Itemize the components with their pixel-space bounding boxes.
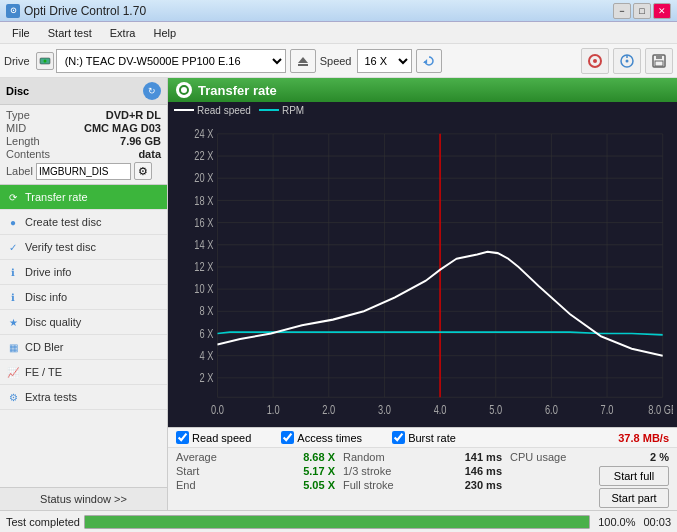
create-test-disc-icon: ● [6, 215, 20, 229]
random-label: Random [343, 451, 385, 463]
start-part-button[interactable]: Start part [599, 488, 669, 508]
nav-disc-quality-label: Disc quality [25, 316, 81, 328]
transfer-rate-title: Transfer rate [198, 83, 277, 98]
save-button[interactable] [645, 48, 673, 74]
nav-drive-info[interactable]: ℹ Drive info [0, 260, 167, 285]
random-row: Random 141 ms [343, 450, 502, 464]
legend-read-speed-label: Read speed [197, 105, 251, 116]
nav-disc-info[interactable]: ℹ Disc info [0, 285, 167, 310]
status-timer: 00:03 [643, 516, 671, 528]
status-bar: Test completed 100.0% 00:03 [0, 510, 677, 532]
end-label: End [176, 479, 196, 491]
drive-icon [36, 52, 54, 70]
burst-rate-checkbox-label: Burst rate [408, 432, 456, 444]
nav-verify-test-disc[interactable]: ✓ Verify test disc [0, 235, 167, 260]
nav-transfer-rate-label: Transfer rate [25, 191, 88, 203]
access-times-checkbox-label: Access times [297, 432, 362, 444]
menu-start-test[interactable]: Start test [40, 25, 100, 41]
legend-read-speed-line [174, 109, 194, 111]
stats-area: Read speed Access times Burst rate 37.8 … [168, 427, 677, 510]
menu-bar: File Start test Extra Help [0, 22, 677, 44]
close-button[interactable]: ✕ [653, 3, 671, 19]
one-third-label: 1/3 stroke [343, 465, 391, 477]
transfer-rate-header-icon [176, 82, 192, 98]
nav-cd-bler-label: CD Bler [25, 341, 64, 353]
transfer-rate-icon: ⟳ [6, 190, 20, 204]
nav-extra-tests[interactable]: ⚙ Extra tests [0, 385, 167, 410]
full-stroke-value: 230 ms [465, 479, 502, 491]
menu-extra[interactable]: Extra [102, 25, 144, 41]
nav-extra-tests-label: Extra tests [25, 391, 77, 403]
svg-text:4 X: 4 X [199, 348, 213, 362]
disc-section-header: Disc ↻ [0, 78, 167, 105]
svg-point-8 [626, 59, 629, 62]
nav-transfer-rate[interactable]: ⟳ Transfer rate [0, 185, 167, 210]
drive-info-icon: ℹ [6, 265, 20, 279]
app-title: Opti Drive Control 1.70 [24, 4, 146, 18]
disc-write-button[interactable] [613, 48, 641, 74]
chart-legend: Read speed RPM [168, 102, 677, 118]
nav-cd-bler[interactable]: ▦ CD Bler [0, 335, 167, 360]
svg-text:10 X: 10 X [194, 282, 214, 296]
access-times-checkbox[interactable]: Access times [281, 431, 362, 444]
burst-rate-checkbox[interactable]: Burst rate [392, 431, 456, 444]
svg-point-1 [43, 59, 46, 62]
label-key: Label [6, 165, 33, 177]
svg-marker-2 [298, 57, 308, 63]
disc-quality-icon: ★ [6, 315, 20, 329]
svg-text:2.0: 2.0 [322, 403, 335, 417]
start-value: 5.17 X [303, 465, 335, 477]
disc-label-input[interactable] [36, 163, 131, 180]
nav-disc-quality[interactable]: ★ Disc quality [0, 310, 167, 335]
read-speed-checkbox-input[interactable] [176, 431, 189, 444]
average-label: Average [176, 451, 217, 463]
legend-read-speed: Read speed [174, 105, 251, 116]
burst-rate-checkbox-input[interactable] [392, 431, 405, 444]
full-stroke-label: Full stroke [343, 479, 394, 491]
minimize-button[interactable]: − [613, 3, 631, 19]
nav-create-test-disc[interactable]: ● Create test disc [0, 210, 167, 235]
cd-bler-icon: ▦ [6, 340, 20, 354]
svg-text:6.0: 6.0 [545, 403, 558, 417]
read-speed-checkbox[interactable]: Read speed [176, 431, 251, 444]
average-row: Average 8.68 X [176, 450, 335, 464]
average-value: 8.68 X [303, 451, 335, 463]
verify-test-disc-icon: ✓ [6, 240, 20, 254]
status-window-button[interactable]: Status window >> [0, 487, 167, 510]
nav-disc-info-label: Disc info [25, 291, 67, 303]
svg-text:0.0: 0.0 [211, 403, 224, 417]
disc-info-icon: ℹ [6, 290, 20, 304]
content-area: Transfer rate Read speed RPM [168, 78, 677, 510]
access-times-checkbox-input[interactable] [281, 431, 294, 444]
speed-refresh-button[interactable] [416, 49, 442, 73]
title-bar: ⊙ Opti Drive Control 1.70 − □ ✕ [0, 0, 677, 22]
disc-color-button[interactable] [581, 48, 609, 74]
menu-help[interactable]: Help [145, 25, 184, 41]
start-full-button[interactable]: Start full [599, 466, 669, 486]
nav-verify-test-disc-label: Verify test disc [25, 241, 96, 253]
nav-fe-te[interactable]: 📈 FE / TE [0, 360, 167, 385]
menu-file[interactable]: File [4, 25, 38, 41]
svg-text:4.0: 4.0 [434, 403, 447, 417]
length-label: Length [6, 135, 40, 147]
svg-text:2 X: 2 X [199, 371, 213, 385]
svg-rect-3 [298, 64, 308, 66]
stats-grid: Average 8.68 X Start 5.17 X End 5.05 X [168, 448, 677, 510]
drive-eject-button[interactable] [290, 49, 316, 73]
cpu-value: 2 % [650, 451, 669, 463]
legend-rpm: RPM [259, 105, 304, 116]
main-layout: Disc ↻ Type DVD+R DL MID CMC MAG D03 Len… [0, 78, 677, 510]
mid-label: MID [6, 122, 26, 134]
drive-select[interactable]: (N:) TEAC DV-W5000E PP100 E.16 [56, 49, 286, 73]
random-value: 141 ms [465, 451, 502, 463]
speed-select[interactable]: 16 X [357, 49, 412, 73]
start-label: Start [176, 465, 199, 477]
progress-bar [84, 515, 590, 529]
svg-rect-11 [656, 55, 662, 59]
app-icon: ⊙ [6, 4, 20, 18]
cpu-label: CPU usage [510, 451, 566, 463]
speed-label: Speed [320, 55, 352, 67]
disc-label-button[interactable]: ⚙ [134, 162, 152, 180]
disc-refresh-button[interactable]: ↻ [143, 82, 161, 100]
maximize-button[interactable]: □ [633, 3, 651, 19]
